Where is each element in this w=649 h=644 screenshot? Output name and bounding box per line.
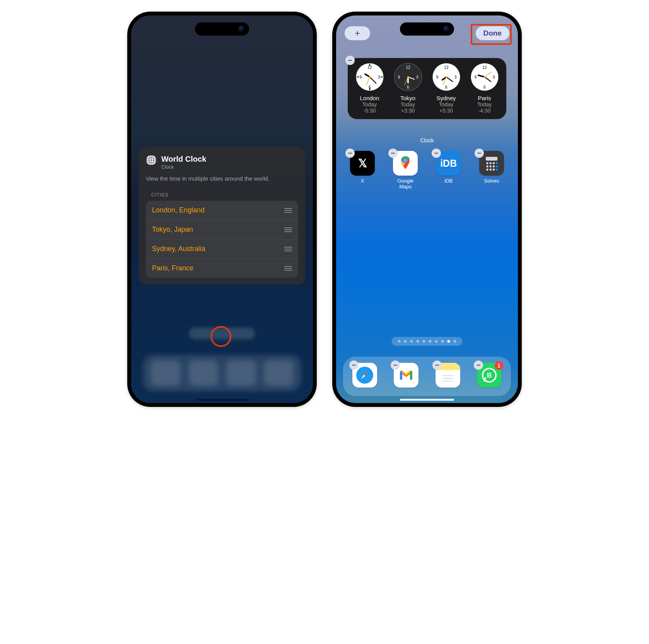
dynamic-island [195, 22, 249, 36]
svg-point-47 [404, 159, 407, 162]
svg-point-55 [486, 169, 488, 171]
svg-rect-48 [486, 157, 497, 161]
home-indicator[interactable] [400, 399, 454, 401]
svg-text:3: 3 [377, 75, 380, 79]
app-solves[interactable]: Solves [477, 151, 506, 190]
clock-day: Today [390, 101, 426, 108]
svg-text:6: 6 [369, 85, 371, 89]
svg-text:9: 9 [359, 75, 362, 79]
analog-clock-icon: 123 69 [470, 63, 499, 91]
dock-app-whatsapp-business[interactable]: B 1 [476, 363, 502, 390]
plus-icon: + [355, 29, 360, 38]
screen-left: World Clock Clock View the time in multi… [131, 15, 313, 403]
svg-text:3: 3 [454, 75, 456, 79]
cities-list: London, England Tokyo, Japan Sydney, Aus… [146, 201, 298, 278]
svg-point-59 [496, 166, 498, 168]
clock-day: Today [352, 101, 388, 108]
screen-right: + Done 123 69 [336, 15, 518, 403]
svg-point-36 [445, 76, 447, 78]
home-indicator[interactable] [195, 399, 249, 401]
app-x[interactable]: 𝕏 X [348, 151, 377, 190]
done-button[interactable]: Done [476, 26, 510, 40]
svg-text:9: 9 [398, 75, 400, 79]
remove-app-icon[interactable] [475, 149, 484, 158]
svg-point-50 [489, 162, 492, 164]
svg-rect-65 [400, 371, 403, 380]
cities-heading: CITIES [151, 192, 298, 198]
page-dots[interactable] [392, 337, 463, 346]
svg-text:12: 12 [444, 65, 449, 70]
svg-text:3: 3 [416, 75, 418, 79]
svg-point-56 [489, 169, 492, 171]
remove-app-icon[interactable] [432, 149, 441, 158]
notification-badge: 1 [495, 361, 503, 370]
city-row[interactable]: London, England [146, 201, 298, 220]
dock: B 1 [343, 357, 511, 396]
clock-col-tokyo: 123 69 Tokyo Today +3:30 [390, 63, 426, 114]
clock-day: Today [466, 101, 502, 108]
annotation-ring [210, 326, 231, 347]
remove-app-icon[interactable] [432, 360, 442, 370]
world-clock-config-card: World Clock Clock View the time in multi… [139, 147, 305, 285]
city-row[interactable]: Sydney, Australia [146, 239, 298, 258]
svg-point-60 [496, 169, 498, 171]
world-clock-icon [146, 155, 157, 166]
done-label: Done [483, 29, 502, 38]
clock-offset: -4:30 [466, 108, 502, 114]
phone-left: World Clock Clock View the time in multi… [127, 12, 317, 407]
drag-handle-icon[interactable] [284, 208, 292, 213]
clock-offset: +3:30 [390, 108, 426, 114]
city-name: London, England [152, 206, 205, 214]
svg-text:12: 12 [482, 65, 487, 70]
dock-app-gmail[interactable] [393, 363, 419, 390]
svg-point-27 [407, 76, 408, 78]
remove-app-icon[interactable] [345, 149, 355, 158]
svg-point-57 [493, 169, 495, 171]
dock-app-notes[interactable] [435, 363, 461, 390]
app-label: Google Maps [391, 178, 420, 190]
svg-text:9: 9 [436, 75, 438, 79]
svg-point-51 [493, 162, 495, 164]
svg-text:6: 6 [407, 85, 409, 89]
svg-text:9: 9 [474, 75, 477, 79]
drag-handle-icon[interactable] [284, 227, 292, 232]
widget-app-name: Clock [161, 164, 206, 170]
drag-handle-icon[interactable] [284, 247, 292, 251]
clock-offset: +5:30 [428, 108, 464, 114]
svg-rect-66 [410, 371, 412, 380]
clock-city: London [352, 95, 388, 101]
analog-clock-icon: 123 69 [432, 63, 461, 91]
clock-col-london: 123 69 London Today -5:30 [352, 63, 388, 114]
clock-col-sydney: 123 69 Sydney Today +5:30 [428, 63, 464, 114]
analog-clock-icon: 123 69 [394, 63, 422, 91]
remove-app-icon[interactable] [474, 360, 483, 370]
clock-city: Paris [466, 95, 502, 101]
widget-title: World Clock [161, 155, 206, 164]
city-row[interactable]: Tokyo, Japan [146, 220, 298, 239]
svg-point-58 [496, 162, 498, 164]
clock-widget[interactable]: 123 69 London Today -5:30 123 [348, 58, 506, 119]
drag-handle-icon[interactable] [284, 266, 292, 271]
svg-point-18 [369, 76, 370, 78]
svg-text:3: 3 [492, 75, 495, 79]
svg-point-54 [493, 166, 495, 168]
svg-point-45 [483, 76, 485, 78]
city-name: Sydney, Australia [152, 245, 205, 253]
dynamic-island [400, 22, 454, 36]
app-label: Solves [477, 178, 506, 184]
svg-point-52 [486, 166, 488, 168]
remove-app-icon[interactable] [349, 360, 359, 370]
svg-point-49 [486, 162, 488, 164]
dock-blurred [143, 355, 301, 391]
phone-right: + Done 123 69 [332, 12, 522, 407]
svg-text:6: 6 [483, 85, 486, 89]
city-row[interactable]: Paris, France [146, 258, 298, 278]
dock-app-safari[interactable] [352, 363, 378, 390]
app-idb[interactable]: iDB iDB [434, 151, 463, 190]
remove-widget-icon[interactable] [345, 56, 355, 65]
clock-offset: -5:30 [352, 108, 388, 114]
add-widget-button[interactable]: + [345, 26, 370, 40]
svg-point-53 [489, 166, 492, 168]
app-google-maps[interactable]: Google Maps [391, 151, 420, 190]
svg-text:12: 12 [406, 65, 410, 70]
